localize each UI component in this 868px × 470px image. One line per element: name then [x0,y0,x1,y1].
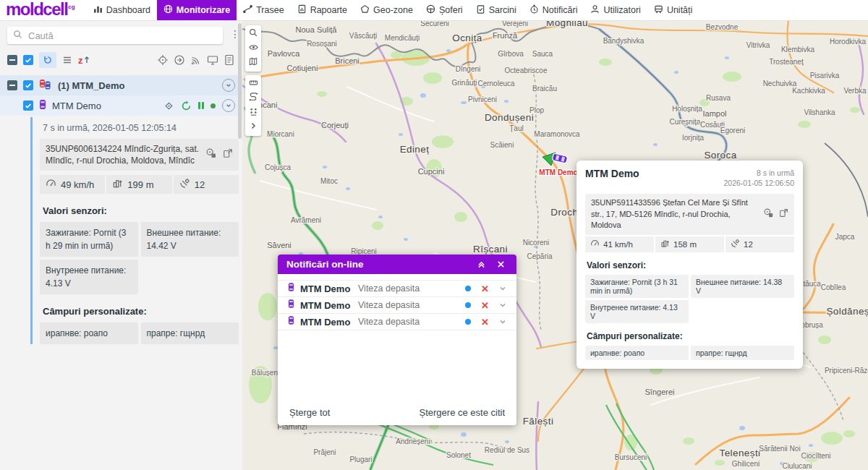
locate-icon[interactable] [157,54,169,66]
notification-row[interactable]: MTM Demo Viteza depasita ✕ [278,297,516,314]
map-town-label: Bezvodne [706,23,739,31]
delete-notification-icon[interactable]: ✕ [477,300,493,311]
open-external-icon[interactable] [779,208,788,221]
notification-row[interactable]: MTM Demo Viteza depasita ✕ [278,314,516,330]
custom-fields-title: Câmpuri personalizate: [43,306,239,317]
copy-coordinates-icon[interactable] [763,208,774,221]
nav-item-geozone[interactable]: Geo-zone [354,0,420,20]
sidebar-scrollbar[interactable] [238,23,242,139]
map-search-icon[interactable] [245,25,261,40]
map-town-label: Cernoleuca [477,80,515,87]
notification-row[interactable]: MTM Demo Viteza depasita ✕ [278,280,516,297]
select-all-checkbox[interactable] [7,55,17,65]
app-window: moldcellcg Dashboard Monitorizare Trasee… [0,0,868,470]
unit-car-icon [288,299,294,312]
refresh-button[interactable] [39,52,56,68]
list-view-icon[interactable] [62,55,72,65]
unit-row[interactable]: MTM Demo [0,95,242,116]
clear-all-button[interactable]: Șterge tot [289,407,330,418]
map-town-label: Pavlovca [268,49,301,58]
nav-label: Utilizatori [603,5,640,15]
search-input[interactable] [27,30,217,42]
open-external-icon[interactable] [223,148,233,161]
speed-value: 49 km/h [61,179,94,190]
nav-item-unitati[interactable]: Unități [647,0,699,20]
search-bar[interactable] [7,27,223,44]
unread-dot[interactable] [465,319,471,325]
map-town-label: Vilshanka [804,108,835,116]
unit-car-icon [288,282,294,295]
tasks-icon [476,4,485,16]
pause-icon[interactable] [198,102,204,109]
map-town-label: Verbka [843,87,867,95]
unit-visible-checkbox[interactable] [23,101,33,111]
sort-button[interactable]: z [78,55,90,66]
map-layers-icon[interactable] [245,54,261,69]
units-cluster-icon[interactable] [245,104,261,119]
unread-dot[interactable] [465,286,471,291]
map-town-label: Grinăuți [451,79,477,87]
speed-value: 41 km/h [603,240,633,249]
map-area[interactable]: MTM Demo Noua SulițăVăscăuțiMendicăuțiSe… [242,20,868,470]
nav-label: Monitorizare [176,5,230,15]
nav-item-rapoarte[interactable]: Rapoarte [291,0,354,20]
satellites-cell: 12 [174,175,239,194]
nav-label: Sarcini [489,5,516,15]
expand-notification-icon[interactable] [499,282,506,295]
collapse-toolbar-icon[interactable] [245,119,261,133]
report-icon [297,4,307,16]
nav-item-trasee[interactable]: Trasee [237,0,290,20]
clear-read-button[interactable]: Ștergere ce este citit [420,407,506,418]
stopwatch-icon [529,4,539,16]
follow-unit-icon[interactable] [174,54,185,66]
unit-popup: MTM Demo 8 s in urmă 2026-01-05 12:06:50… [576,161,803,369]
map-town-label: Frunză [493,31,518,40]
popup-address-card: 35UNP5911433596 Ștefan Cel Mare Și Sfînt… [585,194,794,234]
show-all-checkbox[interactable] [23,55,33,65]
nav-item-sarcini[interactable]: Sarcini [469,0,523,20]
nav-item-dashboard[interactable]: Dashboard [87,0,157,20]
signal-icon[interactable] [190,54,202,66]
auto-refresh-icon[interactable] [181,101,192,111]
group-visible-checkbox[interactable] [23,80,33,90]
unit-expander[interactable] [222,99,235,112]
route-tool-icon[interactable] [245,90,261,104]
map-town-label: Klembivka [781,46,815,54]
map-town-label: Rîșcani [473,244,508,255]
map-town-label: Moghilău [546,20,588,28]
expand-notification-icon[interactable] [499,299,506,312]
nav-label: Geo-zone [373,5,413,15]
notification-message: Viteza depasita [358,283,459,294]
unit-group-row[interactable]: (1) MTM_Demo [0,75,242,95]
monitor-icon[interactable] [207,54,218,66]
monitoring-sidebar: ⋮ z (1) MTM_Demo M [0,20,242,470]
map-toolbar-tools [245,75,261,136]
map-town-label: Soroca [704,150,736,161]
track-target-icon[interactable] [163,101,174,111]
close-icon[interactable] [494,260,508,268]
unread-dot[interactable] [465,302,471,308]
notifications-panel: Notificări on-line MTM Demo Viteza depas… [278,255,516,425]
nav-item-soferi[interactable]: Șoferi [420,0,469,20]
expand-notification-icon[interactable] [499,315,506,328]
clipboard-icon[interactable] [224,54,235,66]
delete-notification-icon[interactable]: ✕ [477,317,493,328]
measure-ruler-icon[interactable] [245,75,261,90]
group-expander[interactable] [222,79,235,92]
speedometer-icon [46,178,56,191]
visibility-icon[interactable] [245,40,261,54]
delete-notification-icon[interactable]: ✕ [477,283,493,294]
collapse-icon[interactable] [475,260,488,268]
nav-item-utilizatori[interactable]: Utilizatori [584,0,647,20]
group-select-checkbox[interactable] [7,80,17,90]
map-town-label: Noua Suliță [296,25,338,34]
map-town-label: Braicău [532,85,557,93]
nav-item-notificari[interactable]: Notificări [523,0,584,20]
popup-time-ago: 8 s in urmă [724,168,795,178]
map-town-label: Cobîlea [821,283,846,291]
nav-label: Rapoarte [310,5,347,15]
copy-coordinates-icon[interactable] [205,148,217,162]
satellite-icon [179,178,190,191]
popup-stats: 41 km/h 158 m 12 [585,236,794,252]
nav-item-monitorizare[interactable]: Monitorizare [157,0,237,20]
